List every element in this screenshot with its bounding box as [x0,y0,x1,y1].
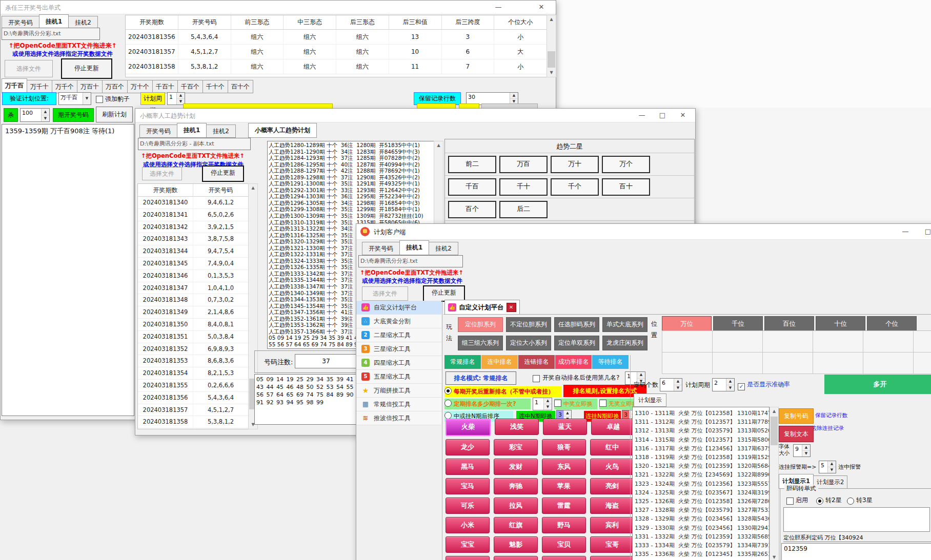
plan-list[interactable]: 1310 - 1311期 火柴 万位【012358】 1310期17478 中(… [632,407,770,560]
name-button[interactable]: 卓越 [591,419,635,435]
rank-tab[interactable]: 连中排名 [481,355,518,369]
sidebar-item[interactable]: ∴ 大底黄金分割 [356,315,441,328]
rank-radio-fixed[interactable]: 定期排名多少期排一次? [444,399,531,409]
force-leopard-checkbox[interactable] [96,94,103,104]
verify-position-select[interactable]: 万千百 ▼ [58,92,91,105]
sidebar-item[interactable]: ★ 万能拼接工具 [356,384,441,398]
close-icon[interactable]: ✕ [673,109,693,122]
rank-tab[interactable]: 成功率排名 [555,355,592,369]
plan-row[interactable]: 1325 - 1326期 火柴 万位【012358】 1326期72808 挂(… [635,497,769,506]
name-button[interactable]: 彩宝 [494,439,538,455]
table-row[interactable]: 2024031813457,4,9,0,4 [138,258,249,270]
position-tab[interactable]: 万十个 [127,80,153,93]
tab[interactable]: 开奖号码 [139,125,177,138]
fixed-count-stepper[interactable]: 6▲▼ [660,378,682,391]
name-button[interactable]: 野马 [542,517,586,533]
close-tab-icon[interactable]: ✕ [507,303,516,312]
close-icon[interactable]: ✕ [532,1,551,14]
sidebar-item[interactable]: 3 三星缩水工具 [356,342,441,356]
open-number-button[interactable]: 期开奖号码 [53,108,94,122]
table-row[interactable]: 2024031813409,4,6,1,2 [138,197,249,209]
name-button[interactable]: 火鸟 [590,459,634,475]
tab[interactable]: 挂机1 [177,123,207,138]
position-tab[interactable]: 万位 [662,316,712,331]
to-3star-radio[interactable] [847,496,854,506]
table-row[interactable]: 2024031813471,0,4,1,0 [138,282,249,295]
maximize-icon[interactable]: □ [653,109,672,122]
trend-line[interactable]: 人工趋势1281-1290期 十个 34注 1283期 开84659中中(3) [269,149,435,155]
scroll-up-icon[interactable]: ▲ [547,15,556,24]
table-row[interactable]: 2024031813548,2,1,5,3 [138,367,249,380]
plan-row[interactable]: 1331 - 1332期 火柴 万位【012359】 1332期56859 中(… [635,532,769,541]
plan-row[interactable]: 1324 - 1325期 火柴 万位【023567】 1324期31990 中(… [635,488,769,497]
plan-row[interactable]: 1321 - 1322期 火柴 万位【234569】 1322期89965 挂(… [635,470,769,479]
series-button[interactable]: 不定位胆系列 [506,317,551,332]
rank-tab[interactable]: 等待排名 [592,355,629,369]
name-button[interactable]: 浅笑 [495,419,539,435]
minimize-icon[interactable]: — [896,224,915,239]
table-row[interactable]: 2024031813423,9,2,1,5 [138,221,249,234]
plan-row[interactable]: 1327 - 1328期 火柴 万位【023579】 1327期75336 中(… [635,506,769,514]
trend-position-button[interactable]: 百十 [602,178,650,196]
spinner-arrows-icon[interactable]: ▲▼ [176,93,185,105]
plan-row[interactable]: 1311 - 1312期 火柴 万位【012357】 1311期77899 中(… [635,418,769,426]
position-tab[interactable]: 百十个 [228,80,253,93]
position-tab[interactable]: 十位 [816,316,865,331]
scroll-down-icon[interactable]: ▼ [770,553,778,560]
position-tab[interactable]: 个位 [867,316,917,331]
name-button[interactable]: 发财 [494,459,538,475]
sidebar-item[interactable]: ▦ 常规倍投工具 [356,398,441,411]
name-button[interactable]: 可乐 [446,497,490,514]
spinner-arrows-icon[interactable]: ▲▼ [726,379,734,391]
data-file-path[interactable]: D:\奇趣腾讯分分彩.txt [358,255,463,267]
name-button[interactable]: 魅影 [494,536,538,553]
streak-alarm-stepper[interactable]: 5▲▼ [819,461,836,473]
series-button[interactable]: 任选胆码系列 [554,317,599,332]
rank-tab[interactable]: 常规排名 [444,355,481,369]
name-button[interactable]: 红中 [590,439,634,455]
name-button[interactable]: 宝马 [446,478,490,494]
win-switch-checkbox[interactable]: 中奖立即换 [554,399,597,409]
name-button[interactable]: 雷霆 [542,497,586,514]
name-button[interactable]: 小米 [446,517,490,533]
name-button[interactable]: 红旗 [494,517,538,533]
rank-radio-every[interactable]: 每期开奖后重新排名（不管中或者挂） [444,386,561,397]
choose-file-button[interactable]: 选择文件 [362,286,408,301]
position-tab[interactable]: 千位 [713,316,763,331]
column-header[interactable]: 个位大小 [494,15,547,29]
name-button[interactable]: 火柴 [446,419,491,436]
copy-text-button[interactable]: 复制文本 [779,426,814,442]
series-button[interactable]: 单式大底系列 [602,317,647,332]
enable-checkbox[interactable] [786,496,794,506]
position-tab[interactable]: 百位 [764,316,814,331]
series-button[interactable]: 组三组六系列 [458,336,503,350]
plan-row[interactable]: 1312 - 1313期 火柴 万位【023579】 1313期05206 中(… [635,426,769,435]
plan-row[interactable]: 1310 - 1311期 火柴 万位【012358】 1310期17478 中(… [635,409,769,418]
tab[interactable]: 挂机1 [399,240,429,255]
scroll-up-icon[interactable]: ▲ [434,141,443,150]
spinner-arrows-icon[interactable]: ▲▼ [674,379,682,391]
series-button[interactable]: 定位单双系列 [554,336,599,350]
trend-line[interactable]: 人工趋势1284-1293期 十个 37注 1285期 开07828中中(2) [269,155,435,161]
position-tab[interactable]: 万百十 [77,80,103,93]
trend-line[interactable]: 人工趋势1286-1295期 十个 40注 1287期 开40994中中(2) [269,161,435,168]
scroll-thumb[interactable] [771,417,778,445]
spinner-arrows-icon[interactable]: ▲▼ [827,461,836,473]
table-scrollbar[interactable]: ▲ ▼ [547,15,556,77]
name-button[interactable]: 东风 [542,459,586,475]
series-button[interactable]: 龙虎庄闲系列 [602,336,647,350]
name-button[interactable]: 沁沁 [542,556,586,560]
to-2star-radio[interactable] [816,496,823,506]
position-tab[interactable]: 万千百 [2,78,27,93]
table-row[interactable]: 2024031813480,7,3,0,2 [138,294,249,306]
dropdown-arrow-icon[interactable]: ▼ [83,93,91,105]
name-button[interactable]: 苹果 [542,478,586,494]
tab[interactable]: 挂机1 [39,14,69,29]
sidebar-item[interactable]: 4 四星缩水工具 [356,356,441,370]
scroll-down-icon[interactable]: ▼ [547,69,556,77]
maximize-icon[interactable]: □ [918,224,931,239]
table-row[interactable]: 2024031813449,4,7,5,4 [138,245,249,258]
numbers-textarea[interactable]: 05 09 14 19 25 29 34 35 39 41 43 44 45 4… [254,374,367,425]
table-row[interactable]: 2024031813565,4,3,6,4组六组六组六133小 [126,30,547,45]
spinner-arrows-icon[interactable]: ▲▼ [543,398,552,410]
